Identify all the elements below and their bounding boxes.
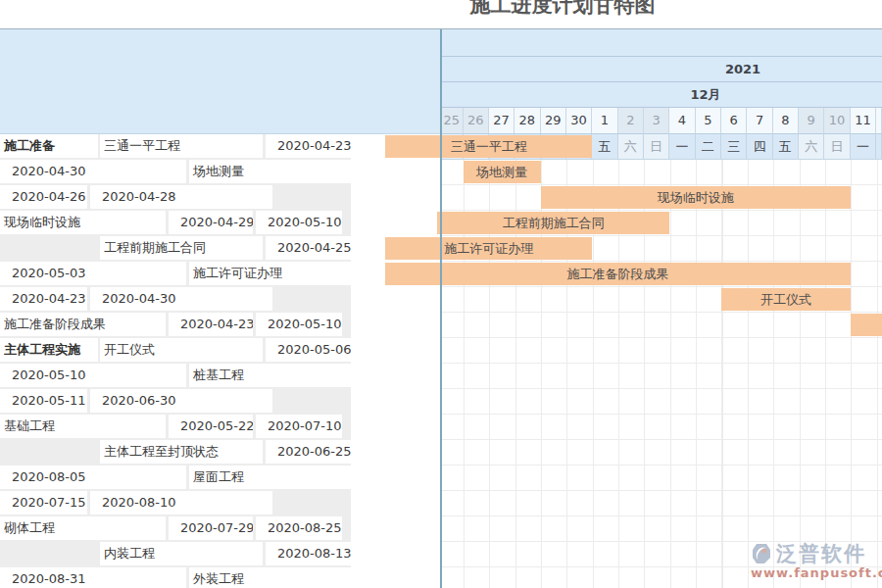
weekday-cell: 日 bbox=[824, 134, 850, 160]
task-cell: 2020-08-25 bbox=[256, 516, 342, 540]
day-cell: 27 bbox=[489, 108, 514, 134]
task-cell: 2020-08-31 bbox=[0, 567, 186, 588]
task-cell: 现场临时设施 bbox=[0, 211, 166, 234]
brand-logo-icon bbox=[751, 542, 774, 565]
task-cell: 2020-04-28 bbox=[90, 185, 272, 209]
weekday-cell: 六 bbox=[618, 134, 644, 160]
year-label: 2021 bbox=[713, 57, 772, 82]
weekday-cell: 六 bbox=[799, 134, 824, 160]
task-row[interactable]: 2020-05-10桩基工程 bbox=[0, 364, 441, 389]
task-cell: 施工准备 bbox=[0, 134, 98, 158]
task-row[interactable]: 2020-04-232020-04-30 bbox=[0, 287, 441, 313]
task-cell: 2020-05-03 bbox=[0, 262, 186, 285]
day-cell: 10 bbox=[824, 108, 850, 134]
gantt-bar[interactable]: 工程前期施工合同 bbox=[437, 212, 669, 234]
task-row[interactable]: 砌体工程2020-07-292020-08-25 bbox=[0, 516, 441, 542]
timeline-header-blank-row bbox=[441, 29, 882, 57]
day-cell: 30 bbox=[566, 108, 592, 134]
gantt-bar[interactable]: 现场临时设施 bbox=[541, 186, 851, 209]
day-cell: 4 bbox=[669, 108, 695, 134]
task-cell: 内装工程 bbox=[100, 542, 263, 565]
weekday-cell: 四 bbox=[747, 134, 772, 160]
timeline-header-year-row bbox=[441, 57, 882, 82]
task-cell: 2020-04-23 bbox=[0, 287, 87, 311]
task-cell: 2020-05-11 bbox=[0, 389, 87, 413]
task-cell: 桩基工程 bbox=[189, 364, 351, 387]
task-cell: 主体工程至封顶状态 bbox=[100, 440, 263, 464]
gantt-bar[interactable] bbox=[851, 314, 882, 336]
task-cell: 外装工程 bbox=[189, 567, 351, 588]
day-cell: 5 bbox=[696, 108, 721, 134]
weekday-cell: 三 bbox=[721, 134, 747, 160]
day-cell: 11 bbox=[851, 108, 876, 134]
task-row[interactable]: 工程前期施工合同2020-04-25 bbox=[0, 236, 441, 262]
task-row[interactable]: 施工准备三通一平工程2020-04-23 bbox=[0, 134, 441, 160]
brand-name: 泛普软件 bbox=[776, 540, 866, 567]
task-cell: 2020-05-10 bbox=[256, 211, 342, 234]
task-row[interactable]: 现场临时设施2020-04-292020-05-10 bbox=[0, 211, 441, 236]
task-cell: 2020-05-22 bbox=[169, 415, 253, 438]
task-cell: 屋面工程 bbox=[189, 466, 351, 489]
day-cell: 25 bbox=[441, 108, 464, 134]
task-cell: 2020-05-06 bbox=[266, 338, 351, 362]
day-cell: 9 bbox=[799, 108, 824, 134]
day-cell: 8 bbox=[773, 108, 799, 134]
task-cell: 2020-04-26 bbox=[0, 185, 87, 209]
day-cell: 1 bbox=[592, 108, 617, 134]
timeline-header-month-row bbox=[441, 82, 882, 108]
task-cell: 2020-04-30 bbox=[0, 160, 186, 183]
task-row[interactable]: 内装工程2020-08-13 bbox=[0, 542, 441, 567]
task-cell: 场地测量 bbox=[189, 160, 351, 183]
day-cell: 28 bbox=[514, 108, 540, 134]
task-cell: 2020-08-10 bbox=[90, 491, 272, 514]
task-cell: 三通一平工程 bbox=[100, 134, 263, 158]
weekday-cell: 日 bbox=[644, 134, 669, 160]
brand-url: www.fanpusoft.com bbox=[751, 565, 882, 580]
task-cell: 2020-05-10 bbox=[256, 313, 342, 336]
gantt-bar[interactable]: 施工许可证办理 bbox=[385, 237, 592, 260]
task-cell: 2020-07-15 bbox=[0, 491, 87, 514]
task-cell: 2020-06-30 bbox=[90, 389, 272, 413]
task-cell: 2020-05-10 bbox=[0, 364, 186, 387]
task-row[interactable]: 2020-04-262020-04-28 bbox=[0, 185, 441, 211]
day-cell: 6 bbox=[721, 108, 747, 134]
watermark: 泛普软件 www.fanpusoft.com bbox=[751, 540, 882, 580]
task-cell: 2020-08-13 bbox=[266, 542, 351, 565]
task-row[interactable]: 2020-08-31外装工程 bbox=[0, 567, 441, 588]
task-row[interactable]: 2020-05-112020-06-30 bbox=[0, 389, 441, 415]
weekday-cell bbox=[876, 134, 882, 160]
task-cell: 2020-06-25 bbox=[266, 440, 351, 464]
weekday-cell: 五 bbox=[592, 134, 617, 160]
task-cell: 2020-04-23 bbox=[266, 134, 351, 158]
weekday-cell: 五 bbox=[773, 134, 799, 160]
day-cell: 7 bbox=[747, 108, 772, 134]
gantt-bar[interactable]: 三通一平工程 bbox=[385, 135, 592, 158]
task-cell: 施工准备阶段成果 bbox=[0, 313, 166, 336]
day-cell: 29 bbox=[541, 108, 566, 134]
task-row[interactable]: 2020-05-03施工许可证办理 bbox=[0, 262, 441, 287]
task-row[interactable]: 主体工程实施开工仪式2020-05-06 bbox=[0, 338, 441, 364]
weekday-cell: 一 bbox=[669, 134, 695, 160]
task-cell: 2020-04-29 bbox=[169, 211, 253, 234]
day-cell: 3 bbox=[644, 108, 669, 134]
task-cell: 2020-04-23 bbox=[169, 313, 253, 336]
gantt-bar[interactable]: 开工仪式 bbox=[721, 288, 851, 311]
task-row[interactable]: 2020-07-152020-08-10 bbox=[0, 491, 441, 516]
task-cell: 工程前期施工合同 bbox=[100, 236, 263, 260]
task-cell: 2020-07-10 bbox=[256, 415, 342, 438]
task-row[interactable]: 2020-08-05屋面工程 bbox=[0, 466, 441, 491]
day-cell: 26 bbox=[464, 108, 489, 134]
task-row[interactable]: 施工准备阶段成果2020-04-232020-05-10 bbox=[0, 313, 441, 338]
weekday-cell: 一 bbox=[851, 134, 876, 160]
task-row[interactable]: 基础工程2020-05-222020-07-10 bbox=[0, 415, 441, 440]
task-row[interactable]: 2020-04-30场地测量 bbox=[0, 160, 441, 185]
month-label: 12月 bbox=[676, 82, 735, 108]
weekday-cell: 二 bbox=[696, 134, 721, 160]
gantt-bar[interactable]: 场地测量 bbox=[464, 161, 541, 183]
gantt-bar[interactable]: 施工准备阶段成果 bbox=[385, 263, 850, 285]
gantt-page: 施工进度计划甘特图 2021 12月 252627282930123456789… bbox=[0, 0, 882, 588]
day-cell bbox=[876, 108, 882, 134]
header-left-block bbox=[0, 29, 441, 134]
task-row[interactable]: 主体工程至封顶状态2020-06-25 bbox=[0, 440, 441, 466]
day-cell: 2 bbox=[618, 108, 644, 134]
